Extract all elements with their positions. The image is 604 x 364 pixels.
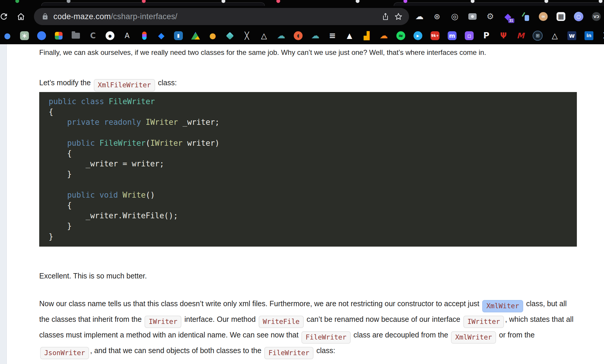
code-line: {	[49, 107, 577, 117]
bookmarks-bar: ●∗C●A◆▮●╳△☁◖☁≡▲▟☁≈▸9k+m▫PΨM⊞△winX	[2, 27, 604, 44]
browser-toolbar: code-maze.com/csharp-interfaces/ ☁⊛◎⚙◆31…	[0, 6, 604, 27]
chat-bubble-icon[interactable]	[37, 29, 47, 43]
vercel-icon[interactable]: ▲	[344, 29, 354, 43]
figma-icon[interactable]	[139, 29, 149, 43]
star-icon	[394, 12, 403, 21]
code-line	[49, 128, 577, 138]
paragraph-intro: Let’s modify the XmlFileWriter class:	[39, 76, 177, 91]
docker-icon[interactable]: ⊞	[533, 29, 543, 43]
paragraph-main: Now our class name tells us that this cl…	[39, 297, 574, 359]
reload-button[interactable]	[0, 11, 9, 22]
browser-tab[interactable]	[41, 2, 265, 6]
nine-k-badge-icon[interactable]: 9k+	[430, 29, 440, 43]
knot-icon[interactable]: ╳	[242, 29, 252, 43]
mastodon-icon[interactable]: m	[447, 29, 457, 43]
cube-icon[interactable]	[225, 29, 235, 43]
code-line: private readonly IWriter _writer;	[49, 117, 577, 127]
browser-chrome: code-maze.com/csharp-interfaces/ ☁⊛◎⚙◆31…	[0, 0, 604, 44]
chatbot-icon[interactable]: ▫	[464, 29, 474, 43]
code-line: _writer = writer;	[49, 159, 577, 169]
x-icon[interactable]: X	[601, 29, 604, 43]
code-line: _writer.WriteFile();	[49, 211, 577, 221]
telegram-icon[interactable]: ▸	[413, 29, 423, 43]
react-devtools-icon[interactable]: ⊛	[431, 9, 443, 24]
code-line	[49, 180, 577, 190]
avatar-emoji-icon[interactable]: ∞	[537, 9, 549, 24]
folder-icon[interactable]	[71, 29, 81, 43]
address-bar[interactable]: code-maze.com/csharp-interfaces/	[34, 8, 409, 25]
share-button[interactable]	[379, 10, 392, 23]
code-line: public void Write()	[49, 190, 577, 200]
home-icon	[16, 12, 26, 21]
red-m-icon[interactable]: M	[516, 29, 526, 43]
home-button[interactable]	[15, 11, 27, 22]
url-path: /csharp-interfaces/	[111, 12, 178, 21]
water-drop-icon[interactable]: ●	[2, 29, 12, 43]
qr-code-icon[interactable]: ▦	[555, 9, 567, 24]
github-icon[interactable]: ●	[105, 29, 115, 43]
google-home-icon[interactable]	[54, 29, 64, 43]
inline-code: JsonWriter	[40, 347, 89, 359]
code-line: public class FileWriter	[49, 96, 577, 107]
chatgpt-icon[interactable]: ∗	[19, 29, 29, 43]
pen-highlighter-icon[interactable]	[520, 9, 531, 24]
extension-badge-count: 31	[508, 18, 514, 23]
tab-strip[interactable]	[0, 0, 604, 6]
linkedin-icon[interactable]: in	[584, 29, 594, 43]
database-icon[interactable]: ≡	[327, 29, 337, 43]
paragraph-top-clipped: Finally, we can ask ourselves, if we rea…	[39, 47, 585, 58]
url-text[interactable]: code-maze.com/csharp-interfaces/	[53, 12, 178, 21]
extensions-row: ☁⊛◎⚙◆31∞▦○VƆ	[413, 6, 602, 27]
code-line: {	[49, 200, 577, 211]
bookmark-star-button[interactable]	[392, 10, 405, 23]
inline-code-highlighted: XmlWiter	[482, 300, 523, 312]
sentry-icon[interactable]: △	[259, 29, 269, 43]
inline-code: FileWriter	[301, 331, 350, 344]
inline-code: IWritter	[463, 316, 504, 328]
paragraph-excellent: Excellent. This is so much better.	[39, 269, 147, 283]
analytics-bars-icon[interactable]: ▟	[362, 29, 372, 43]
lens-search-icon[interactable]: ○	[573, 9, 585, 24]
orange-wheel-icon[interactable]: ◖	[293, 29, 303, 43]
gear-extension-icon[interactable]: ⚙	[484, 9, 496, 24]
code-line: {	[49, 148, 577, 159]
teal-cloud-icon[interactable]: ☁	[310, 29, 320, 43]
jira-icon[interactable]: ◆	[156, 29, 166, 43]
page-content: Finally, we can ask ourselves, if we rea…	[0, 44, 604, 364]
browser-tab[interactable]	[394, 2, 604, 6]
cloudflare-icon[interactable]: ☁	[379, 29, 389, 43]
url-domain: code-maze.com	[53, 12, 111, 21]
yellow-drop-icon[interactable]: ●	[208, 29, 218, 43]
letter-a-icon[interactable]: A	[122, 29, 132, 43]
vd-avatar-icon[interactable]: VƆ	[590, 9, 602, 24]
teal-cloud-icon[interactable]: ☁	[276, 29, 286, 43]
page-left-gutter	[0, 44, 7, 364]
camera-extension-icon[interactable]	[467, 9, 478, 24]
radio-tower-icon[interactable]: Ψ	[498, 29, 508, 43]
target-circles-icon[interactable]: ◎	[449, 9, 461, 24]
tab-favicon-dot[interactable]	[276, 0, 280, 3]
code-line: }	[49, 221, 577, 231]
inline-code: FileWriter	[264, 347, 313, 359]
code-line: }	[49, 169, 577, 179]
inline-code: WriteFile	[259, 316, 304, 328]
c-ring-icon[interactable]: C	[88, 29, 98, 43]
spotify-icon[interactable]: ≈	[396, 29, 406, 43]
w-square-icon[interactable]: w	[567, 29, 577, 43]
lock-icon[interactable]	[42, 12, 49, 21]
code-block: public class FileWriter{ private readonl…	[39, 92, 577, 247]
share-icon	[381, 12, 390, 21]
kanban-card-icon[interactable]: ▮	[173, 29, 183, 43]
pandora-icon[interactable]: P	[481, 29, 491, 43]
inline-code: IWriter	[145, 316, 181, 328]
inline-code: XmlWriter	[451, 331, 496, 344]
tab-favicon-dot[interactable]	[15, 0, 19, 3]
purple-diamond-31-icon[interactable]: ◆31	[502, 9, 514, 24]
google-drive-icon[interactable]	[191, 29, 201, 43]
code-line: public FileWriter(IWriter writer)	[49, 138, 577, 148]
sentry-icon[interactable]: △	[550, 29, 560, 43]
tab-favicon-dot[interactable]	[356, 0, 360, 3]
cloud-extension-icon[interactable]: ☁	[413, 9, 425, 24]
inline-code: XmlFileWriter	[94, 79, 155, 91]
reload-icon	[0, 12, 9, 21]
